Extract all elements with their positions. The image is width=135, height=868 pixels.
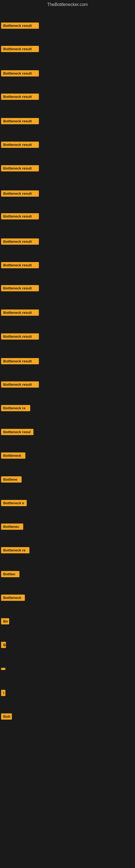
- bottleneck-item-2: Bottleneck result: [1, 43, 39, 58]
- bottleneck-item-11: Bottleneck result: [1, 259, 39, 274]
- bottleneck-label-19: Bottleneck: [1, 453, 26, 459]
- bottleneck-item-30: Bott: [1, 711, 12, 725]
- bottleneck-item-9: Bottleneck result: [1, 211, 39, 225]
- bottleneck-item-26: Bo: [1, 616, 9, 630]
- bottleneck-item-25: Bottleneck: [1, 592, 25, 607]
- bottleneck-label-29: I: [1, 690, 5, 696]
- bottleneck-label-5: Bottleneck result: [1, 118, 39, 124]
- bottleneck-label-15: Bottleneck result: [1, 358, 39, 364]
- bottleneck-label-17: Bottleneck re: [1, 405, 30, 411]
- bottleneck-label-30: Bott: [1, 713, 12, 720]
- bottleneck-label-7: Bottleneck result: [1, 165, 39, 172]
- bottleneck-item-23: Bottleneck re: [1, 545, 30, 559]
- bottleneck-label-9: Bottleneck result: [1, 213, 39, 219]
- bottleneck-item-29: I: [1, 687, 5, 702]
- bottleneck-item-21: Bottleneck e: [1, 497, 27, 512]
- bottleneck-item-4: Bottleneck result: [1, 91, 39, 106]
- bottleneck-label-13: Bottleneck result: [1, 310, 39, 316]
- bottleneck-label-14: Bottleneck result: [1, 333, 39, 340]
- bottleneck-item-13: Bottleneck result: [1, 307, 39, 322]
- bottleneck-label-21: Bottleneck e: [1, 500, 27, 506]
- bottleneck-item-20: Bottlene: [1, 474, 21, 489]
- bottleneck-item-6: Bottleneck result: [1, 139, 39, 154]
- bottleneck-label-10: Bottleneck result: [1, 239, 39, 245]
- bottleneck-item-8: Bottleneck result: [1, 188, 39, 203]
- bottleneck-label-24: Bottlen: [1, 571, 19, 577]
- bottleneck-label-1: Bottleneck result: [1, 23, 39, 29]
- bottleneck-item-7: Bottleneck result: [1, 162, 39, 177]
- bottleneck-label-8: Bottleneck result: [1, 190, 39, 197]
- bottleneck-label-16: Bottleneck result: [1, 381, 39, 388]
- bottleneck-item-17: Bottleneck re: [1, 402, 30, 417]
- bottleneck-label-27: B: [1, 642, 6, 648]
- bottleneck-label-23: Bottleneck re: [1, 547, 30, 553]
- site-title: TheBottlenecker.com: [0, 0, 135, 10]
- bottleneck-item-27: B: [1, 639, 6, 654]
- bottleneck-label-2: Bottleneck result: [1, 46, 39, 52]
- bottleneck-item-19: Bottleneck: [1, 450, 26, 465]
- bottleneck-item-24: Bottlen: [1, 568, 19, 583]
- items-container: Bottleneck resultBottleneck resultBottle…: [0, 10, 135, 868]
- bottleneck-label-25: Bottleneck: [1, 595, 25, 601]
- bottleneck-label-12: Bottleneck result: [1, 285, 39, 291]
- bottleneck-item-28: [1, 663, 5, 676]
- bottleneck-label-3: Bottleneck result: [1, 70, 39, 76]
- bottleneck-item-1: Bottleneck result: [1, 20, 39, 35]
- bottleneck-item-16: Bottleneck result: [1, 379, 39, 394]
- bottleneck-label-4: Bottleneck result: [1, 94, 39, 100]
- bottleneck-item-10: Bottleneck result: [1, 236, 39, 251]
- bottleneck-label-6: Bottleneck result: [1, 142, 39, 148]
- bottleneck-label-11: Bottleneck result: [1, 262, 39, 268]
- bottleneck-item-18: Bottleneck resul: [1, 426, 34, 441]
- bottleneck-item-14: Bottleneck result: [1, 331, 39, 346]
- bottleneck-item-3: Bottleneck result: [1, 67, 39, 83]
- bottleneck-item-15: Bottleneck result: [1, 355, 39, 370]
- bottleneck-item-12: Bottleneck result: [1, 282, 39, 297]
- bottleneck-label-18: Bottleneck resul: [1, 429, 34, 435]
- bottleneck-item-22: Bottlenec: [1, 521, 23, 536]
- bottleneck-label-28: [1, 668, 5, 670]
- bottleneck-label-26: Bo: [1, 618, 9, 624]
- bottleneck-label-20: Bottlene: [1, 476, 21, 483]
- bottleneck-label-22: Bottlenec: [1, 524, 23, 530]
- bottleneck-item-5: Bottleneck result: [1, 115, 39, 130]
